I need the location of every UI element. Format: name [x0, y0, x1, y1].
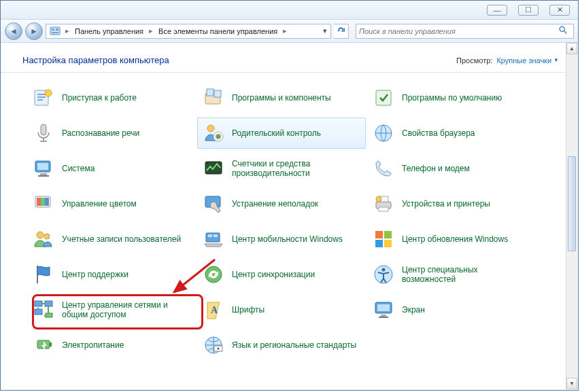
svg-point-31 [376, 196, 381, 202]
address-bar[interactable]: ▸ Панель управления ▸ Все элементы панел… [46, 24, 331, 39]
svg-rect-52 [379, 317, 388, 318]
svg-rect-1 [52, 29, 54, 31]
svg-rect-36 [214, 234, 218, 237]
svg-line-5 [564, 31, 567, 34]
svg-rect-10 [214, 90, 221, 97]
svg-point-4 [560, 26, 564, 31]
svg-rect-54 [50, 342, 52, 346]
item-label: Телефон и модем [402, 164, 470, 173]
breadcrumb-separator: ▸ [282, 26, 288, 35]
item-ease-of-access[interactable]: Центр специальных возможностей [367, 259, 536, 290]
item-default-programs[interactable]: Программы по умолчанию [367, 82, 536, 113]
page-title: Настройка параметров компьютера [22, 55, 169, 65]
phone-icon [372, 157, 395, 180]
mobility-icon [202, 228, 225, 251]
page-header: Настройка параметров компьютера Просмотр… [1, 43, 578, 73]
scroll-thumb[interactable] [568, 156, 576, 251]
item-windows-update[interactable]: Центр обновления Windows [367, 224, 536, 255]
display-icon [372, 298, 395, 321]
item-label: Управление цветом [62, 199, 137, 209]
system-icon [32, 157, 55, 180]
scroll-track[interactable] [566, 54, 577, 378]
item-devices-printers[interactable]: Устройства и принтеры [367, 188, 536, 219]
svg-rect-21 [38, 175, 49, 177]
svg-point-41 [205, 266, 222, 283]
svg-rect-39 [375, 240, 383, 247]
item-label: Учетные записи пользователей [62, 234, 181, 244]
scroll-down-button[interactable]: ▼ [566, 378, 577, 389]
svg-point-16 [217, 135, 220, 138]
performance-icon [202, 157, 225, 180]
item-power-options[interactable]: Электропитание [27, 329, 196, 361]
item-label: Электропитание [62, 340, 124, 350]
svg-rect-50 [377, 304, 390, 311]
item-label: Счетчики и средства производительности [232, 159, 361, 178]
item-fonts[interactable]: A Шрифты [197, 294, 366, 325]
search-input[interactable] [359, 27, 556, 35]
search-box[interactable] [356, 24, 574, 39]
breadcrumb-all-items[interactable]: Все элементы панели управления [154, 27, 282, 35]
item-label: Центр синхронизации [232, 270, 315, 279]
users-icon [32, 228, 55, 251]
item-troubleshooting[interactable]: Устранение неполадок [197, 188, 366, 219]
item-label: Свойства браузера [402, 128, 475, 138]
svg-rect-26 [45, 198, 49, 206]
accessibility-icon [372, 263, 395, 286]
item-speech-recognition[interactable]: Распознавание речи [27, 118, 196, 149]
sync-icon [202, 263, 225, 286]
search-icon[interactable] [556, 25, 570, 37]
forward-button[interactable]: ► [25, 22, 43, 40]
content-area: Приступая к работе Программы и компонент… [1, 77, 577, 389]
svg-rect-11 [376, 90, 391, 105]
scroll-up-button[interactable]: ▲ [566, 43, 577, 54]
update-icon [372, 228, 395, 251]
item-performance-tools[interactable]: Счетчики и средства производительности [197, 153, 366, 184]
globe-icon [372, 122, 395, 145]
item-label: Устройства и принтеры [402, 199, 490, 209]
view-mode-selector[interactable]: Крупные значки▼ [496, 56, 559, 65]
svg-point-33 [44, 234, 50, 239]
item-user-accounts[interactable]: Учетные записи пользователей [27, 224, 196, 255]
svg-rect-12 [41, 124, 46, 135]
navigation-bar: ◄ ► ▸ Панель управления ▸ Все элементы п… [1, 20, 578, 43]
item-internet-options[interactable]: Свойства браузера [367, 118, 536, 149]
item-region-language[interactable]: Язык и региональные стандарты [197, 329, 366, 361]
svg-point-7 [45, 90, 52, 96]
item-programs-features[interactable]: Программы и компоненты [197, 82, 366, 113]
svg-text:A: A [211, 305, 218, 315]
svg-point-57 [218, 348, 220, 350]
default-programs-icon [372, 86, 395, 109]
svg-rect-34 [206, 233, 220, 242]
item-getting-started[interactable]: Приступая к работе [27, 82, 196, 113]
item-parental-controls[interactable]: Родительский контроль [197, 118, 366, 149]
item-action-center[interactable]: Центр поддержки [27, 259, 196, 290]
item-label: Программы по умолчанию [402, 93, 502, 103]
svg-rect-37 [375, 231, 383, 238]
back-button[interactable]: ◄ [5, 22, 22, 40]
item-system[interactable]: Система [27, 153, 196, 184]
item-network-sharing[interactable]: Центр управления сетями и общим доступом [27, 294, 196, 325]
color-icon [32, 192, 55, 215]
minimize-button[interactable]: — [487, 5, 507, 16]
item-display[interactable]: Экран [367, 294, 536, 325]
svg-rect-0 [50, 27, 60, 35]
troubleshoot-icon [202, 192, 225, 215]
address-dropdown[interactable]: ▾ [320, 26, 330, 35]
titlebar: — ☐ ✕ [1, 1, 578, 20]
close-button[interactable]: ✕ [549, 5, 570, 16]
maximize-button[interactable]: ☐ [518, 5, 539, 16]
vertical-scrollbar[interactable]: ▲ ▼ [566, 43, 577, 389]
item-label: Язык и региональные стандарты [232, 340, 356, 350]
svg-rect-38 [384, 231, 392, 238]
fonts-icon: A [202, 298, 225, 321]
breadcrumb-control-panel[interactable]: Панель управления [71, 27, 148, 35]
printer-icon [372, 192, 395, 215]
view-mode: Просмотр: Крупные значки▼ [456, 56, 559, 65]
item-color-management[interactable]: Управление цветом [27, 188, 196, 219]
item-sync-center[interactable]: Центр синхронизации [197, 259, 366, 290]
items-grid: Приступая к работе Программы и компонент… [27, 82, 565, 361]
svg-rect-44 [35, 301, 42, 306]
item-mobility-center[interactable]: Центр мобильности Windows [197, 224, 366, 255]
refresh-button[interactable] [334, 24, 349, 39]
item-phone-modem[interactable]: Телефон и модем [367, 153, 536, 184]
